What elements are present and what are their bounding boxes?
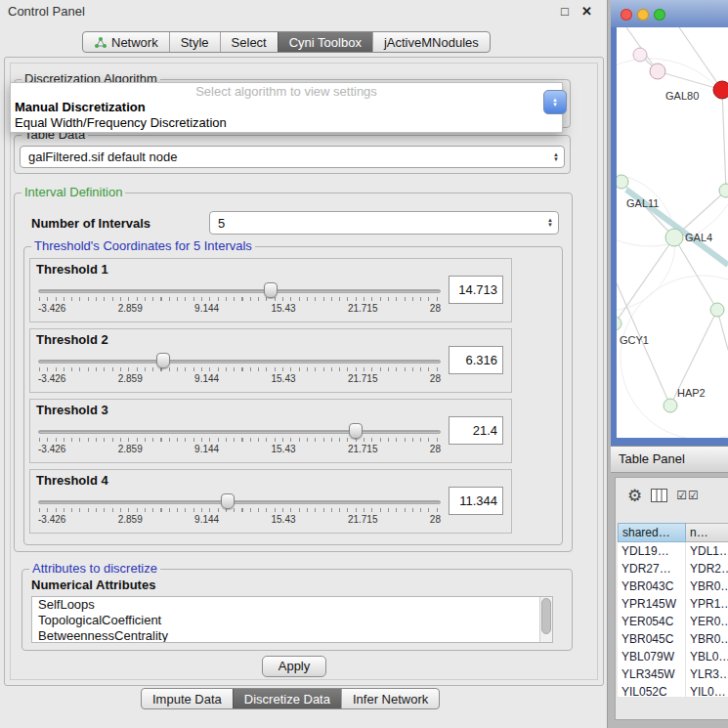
table-row[interactable]: YDR27…YDR2… [618, 560, 728, 578]
threshold-3-label: Threshold 3 [36, 403, 108, 417]
table-window: ⚙ ☑☑ shared… n… YDL19…YDL1… YDR27…YDR2… … [615, 477, 728, 720]
tab-style[interactable]: Style [169, 32, 220, 52]
slider-track[interactable] [38, 289, 441, 293]
scale-label: -3.426 [38, 303, 65, 314]
svg-text:GCY1: GCY1 [620, 334, 649, 346]
slider-track[interactable] [38, 500, 441, 504]
threshold-3-panel: Threshold 3 -3.426 2.859 9.144 15.43 21.… [29, 399, 512, 463]
scale-label: 9.144 [194, 444, 219, 454]
svg-text:GAL4: GAL4 [685, 232, 712, 243]
tab-label: Select [232, 35, 267, 50]
table-row[interactable]: YDL19…YDL1… [618, 542, 728, 560]
threshold-2-value-input[interactable] [449, 346, 503, 374]
tab-jactivemnodules[interactable]: jActiveMNodules [372, 32, 490, 52]
threshold-1-value-input[interactable] [449, 276, 503, 304]
threshold-2-slider[interactable]: -3.426 2.859 9.144 15.43 21.715 28 [38, 349, 441, 390]
slider-scale: -3.426 2.859 9.144 15.43 21.715 28 [38, 444, 441, 454]
table-row[interactable]: YIL052CYIL0… [618, 683, 728, 697]
list-item-selfloops[interactable]: SelfLoops [32, 597, 552, 613]
gear-icon[interactable]: ⚙ [627, 486, 642, 506]
threshold-4-label: Threshold 4 [36, 473, 108, 488]
threshold-4-value-input[interactable] [449, 487, 503, 515]
network-window-titlebar[interactable] [611, 0, 728, 27]
slider-thumb[interactable] [221, 493, 235, 509]
slider-thumb[interactable] [349, 423, 363, 439]
list-item-betweennesscentrality[interactable]: BetweennessCentrality [32, 628, 552, 643]
tab-label: Discretize Data [244, 692, 330, 707]
tab-impute-data[interactable]: Impute Data [142, 689, 233, 708]
tab-label: Impute Data [152, 692, 222, 707]
tab-select[interactable]: Select [220, 32, 278, 52]
algorithm-dropdown-popup: Select algorithm to view settings Manual… [10, 82, 563, 133]
tab-network[interactable]: Network [83, 32, 169, 52]
bottom-tabs: Impute Data Discretize Data Infer Networ… [141, 688, 440, 709]
table-row[interactable]: YBL079WYBL0… [618, 648, 728, 665]
table-row[interactable]: YBR045CYBR0… [618, 630, 728, 648]
popup-option-manual-discretization[interactable]: Manual Discretization [15, 100, 146, 114]
number-of-intervals-value: 5 [218, 216, 225, 231]
scale-label: -3.426 [38, 373, 65, 384]
slider-track[interactable] [38, 360, 441, 364]
table-data-combo-value: galFiltered.sif default node [28, 150, 177, 164]
column-header-shared-name[interactable]: shared… [618, 523, 686, 542]
scale-label: 9.144 [194, 303, 219, 314]
network-icon [94, 36, 107, 49]
network-canvas[interactable]: GAL80GAL11GAL4GCY1HAP2 [617, 27, 728, 438]
columns-icon[interactable] [651, 489, 667, 502]
svg-text:HAP2: HAP2 [677, 387, 706, 399]
number-of-intervals-label: Number of Intervals [31, 216, 150, 231]
interval-definition-group-title: Interval Definition [21, 186, 125, 199]
close-traffic-light[interactable] [621, 9, 632, 21]
scale-label: 2.859 [118, 514, 143, 525]
close-icon[interactable]: ✕ [581, 4, 592, 19]
tab-label: Infer Network [353, 692, 428, 707]
network-graph[interactable]: GAL80GAL11GAL4GCY1HAP2 [617, 27, 728, 438]
spin-down-icon: ▼ [552, 103, 558, 107]
scale-label: -3.426 [38, 444, 65, 454]
threshold-1-label: Threshold 1 [36, 262, 108, 277]
scale-label: 21.715 [348, 373, 378, 384]
table-row[interactable]: YLR345WYLR3… [618, 665, 728, 683]
slider-track[interactable] [38, 430, 441, 434]
scale-label: 15.43 [272, 373, 296, 384]
list-scrollbar[interactable] [539, 597, 552, 642]
table-panel-header: Table Panel [611, 446, 728, 473]
numerical-attributes-label: Numerical Attributes [31, 578, 155, 592]
scale-label: 9.144 [194, 373, 219, 384]
slider-thumb[interactable] [156, 353, 170, 368]
number-of-intervals-combo[interactable]: 5 ▲▼ [209, 211, 559, 235]
zoom-traffic-light[interactable] [654, 9, 665, 21]
threshold-1-slider[interactable]: -3.426 2.859 9.144 15.43 21.715 28 [38, 278, 441, 320]
select-all-checkbox-icon[interactable]: ☑☑ [676, 489, 700, 502]
scale-label: 28 [430, 303, 441, 314]
threshold-3-value-input[interactable] [449, 416, 503, 445]
tab-infer-network[interactable]: Infer Network [341, 689, 439, 708]
list-item-topologicalcoefficient[interactable]: TopologicalCoefficient [32, 613, 552, 628]
float-window-icon[interactable]: □ [561, 4, 569, 19]
apply-button[interactable]: Apply [262, 656, 326, 677]
slider-ticks [39, 367, 440, 371]
scale-label: 15.43 [272, 444, 296, 454]
minimize-traffic-light[interactable] [637, 9, 649, 21]
slider-ticks [39, 297, 440, 301]
table-row[interactable]: YBR043CYBR0… [618, 578, 728, 595]
tab-cyni-toolbox[interactable]: Cyni Toolbox [278, 32, 372, 52]
network-window: GAL80GAL11GAL4GCY1HAP2 [611, 0, 728, 446]
threshold-4-slider[interactable]: -3.426 2.859 9.144 15.43 21.715 28 [38, 490, 441, 531]
scrollbar-thumb[interactable] [541, 598, 551, 634]
popup-option-equal-width-frequency[interactable]: Equal Width/Frequency Discretization [15, 115, 227, 130]
combo-spinner-icon: ▲▼ [548, 147, 564, 167]
attributes-group-title: Attributes to discretize [29, 562, 160, 576]
column-header-name[interactable]: n… [686, 523, 728, 542]
threshold-2-panel: Threshold 2 -3.426 2.859 9.144 15.43 21.… [29, 328, 512, 393]
threshold-3-slider[interactable]: -3.426 2.859 9.144 15.43 21.715 28 [38, 419, 441, 460]
table-row[interactable]: YER054CYER0… [618, 613, 728, 630]
slider-thumb[interactable] [264, 282, 278, 298]
tab-discretize-data[interactable]: Discretize Data [233, 689, 341, 708]
scale-label: 2.859 [118, 303, 143, 314]
table-data-combo[interactable]: galFiltered.sif default node ▲▼ [20, 146, 565, 168]
table-toolbar: ⚙ ☑☑ [616, 478, 728, 513]
scale-label: -3.426 [38, 514, 65, 525]
table-row[interactable]: YPR145WYPR1… [618, 595, 728, 613]
algorithm-combo-spinner[interactable]: ▲ ▼ [543, 90, 567, 114]
